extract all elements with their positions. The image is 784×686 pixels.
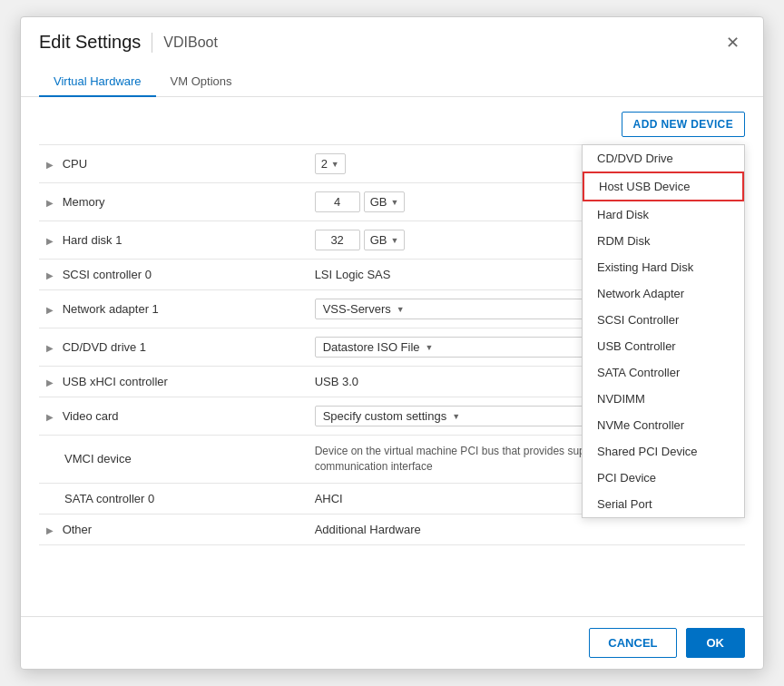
chevron-down-icon: ▼	[397, 305, 405, 314]
dropdown-item-hard-disk[interactable]: Hard Disk	[583, 201, 744, 228]
dropdown-item-pci-device[interactable]: PCI Device	[583, 465, 744, 491]
dialog-title: Edit Settings	[39, 32, 141, 53]
table-row: ▶ Other Additional Hardware	[39, 514, 745, 544]
expand-icon[interactable]: ▶	[46, 305, 54, 315]
expand-icon[interactable]: ▶	[46, 270, 54, 280]
tabs-bar: Virtual Hardware VM Options	[21, 60, 763, 97]
dropdown-item-shared-pci-device[interactable]: Shared PCI Device	[583, 438, 744, 465]
dropdown-item-network-adapter[interactable]: Network Adapter	[583, 280, 744, 307]
memory-value[interactable]: 4	[315, 191, 360, 212]
dialog-body: ADD NEW DEVICE CD/DVD Drive Host USB Dev…	[21, 97, 763, 616]
hard-disk-value[interactable]: 32	[315, 230, 360, 250]
dropdown-item-host-usb-device[interactable]: Host USB Device	[583, 172, 744, 201]
dialog-footer: CANCEL OK	[21, 616, 763, 669]
close-button[interactable]: ✕	[720, 33, 745, 53]
dropdown-item-scsi-controller[interactable]: SCSI Controller	[583, 307, 744, 333]
expand-icon[interactable]: ▶	[46, 160, 54, 170]
tab-virtual-hardware[interactable]: Virtual Hardware	[39, 67, 156, 97]
dropdown-item-nvdimm[interactable]: NVDIMM	[583, 386, 744, 412]
dropdown-item-existing-hard-disk[interactable]: Existing Hard Disk	[583, 254, 744, 280]
chevron-down-icon: ▼	[390, 198, 398, 207]
toolbar: ADD NEW DEVICE	[39, 112, 745, 137]
chevron-down-icon: ▼	[390, 236, 398, 245]
dropdown-item-nvme-controller[interactable]: NVMe Controller	[583, 412, 744, 438]
expand-icon[interactable]: ▶	[46, 343, 54, 353]
edit-settings-dialog: Edit Settings VDIBoot ✕ Virtual Hardware…	[20, 16, 764, 670]
cancel-button[interactable]: CANCEL	[589, 628, 676, 658]
tab-vm-options[interactable]: VM Options	[156, 67, 247, 97]
dropdown-item-cd-dvd-drive[interactable]: CD/DVD Drive	[583, 145, 744, 172]
memory-unit-select[interactable]: GB ▼	[364, 191, 406, 212]
chevron-down-icon: ▼	[426, 343, 434, 352]
add-new-device-button[interactable]: ADD NEW DEVICE	[622, 112, 745, 137]
dropdown-item-rdm-disk[interactable]: RDM Disk	[583, 228, 744, 254]
add-device-dropdown: CD/DVD Drive Host USB Device Hard Disk R…	[582, 144, 745, 518]
expand-icon[interactable]: ▶	[46, 525, 54, 535]
title-divider	[152, 33, 152, 53]
expand-icon[interactable]: ▶	[46, 198, 54, 208]
dropdown-item-sata-controller[interactable]: SATA Controller	[583, 359, 744, 386]
dropdown-item-serial-port[interactable]: Serial Port	[583, 491, 744, 517]
ok-button[interactable]: OK	[686, 628, 746, 658]
expand-icon[interactable]: ▶	[46, 377, 54, 387]
dropdown-item-usb-controller[interactable]: USB Controller	[583, 333, 744, 359]
cpu-select[interactable]: 2 ▼	[315, 153, 346, 174]
chevron-down-icon: ▼	[331, 160, 339, 169]
dialog-header: Edit Settings VDIBoot ✕	[21, 17, 763, 53]
hard-disk-unit-select[interactable]: GB ▼	[364, 230, 406, 250]
expand-icon[interactable]: ▶	[46, 412, 54, 422]
dialog-subtitle: VDIBoot	[163, 34, 218, 51]
chevron-down-icon: ▼	[452, 412, 460, 421]
expand-icon[interactable]: ▶	[46, 236, 54, 246]
